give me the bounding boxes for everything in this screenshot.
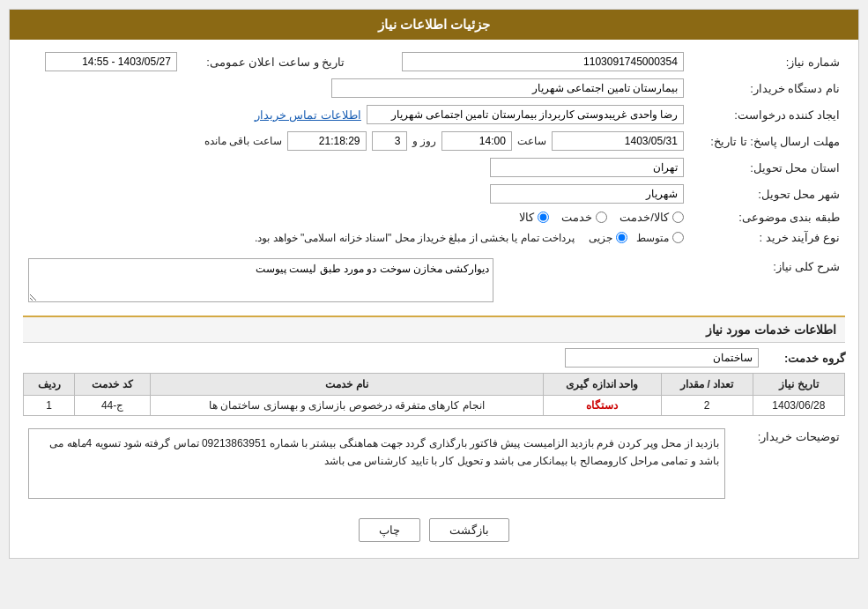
page-header: جزئیات اطلاعات نیاز <box>10 10 858 40</box>
deadline-remaining-label: ساعت باقی مانده <box>204 135 282 147</box>
cell-quantity: 2 <box>661 396 753 416</box>
deadline-remaining-input[interactable] <box>287 131 367 151</box>
radio-partial[interactable]: جزیی <box>589 232 627 244</box>
deadline-time-label: ساعت <box>517 135 546 147</box>
category-label: طبقه بندی موضوعی: <box>689 207 845 227</box>
radio-goods-service-label: کالا/خدمت <box>619 211 669 224</box>
announce-date-input[interactable] <box>45 52 177 71</box>
purchase-note: پرداخت تمام یا بخشی از مبلغ خریداز محل "… <box>255 232 575 244</box>
print-button[interactable]: چاپ <box>359 518 420 542</box>
deadline-date-input[interactable] <box>552 131 684 151</box>
buyer-notes-content: بازدید از محل وپر کردن فرم بازدید الزامی… <box>28 428 725 499</box>
radio-goods-label: کالا <box>519 211 534 224</box>
col-unit: واحد اندازه گیری <box>544 374 662 396</box>
radio-service[interactable]: خدمت <box>561 211 607 224</box>
radio-partial-label: جزیی <box>589 232 612 244</box>
col-quantity: تعداد / مقدار <box>661 374 753 396</box>
buyer-org-label: نام دستگاه خریدار: <box>689 75 845 101</box>
radio-goods[interactable]: کالا <box>519 211 549 224</box>
service-group-label: گروه خدمت: <box>766 352 845 365</box>
cell-service-name: انجام کارهای متفرقه درخصوص بازسازی و بهس… <box>150 396 543 416</box>
deadline-days-input[interactable] <box>372 131 407 151</box>
need-number-label: شماره نیاز: <box>689 48 845 75</box>
service-group-input[interactable] <box>565 348 759 368</box>
purchase-type-label: نوع فرآیند خرید : <box>689 227 845 248</box>
need-number-input[interactable] <box>402 52 684 71</box>
col-service-name: نام خدمت <box>150 374 543 396</box>
deadline-time-input[interactable] <box>441 131 512 151</box>
col-need-date: تاریخ نیاز <box>753 374 844 396</box>
contact-link[interactable]: اطلاعات تماس خریدار <box>255 108 361 122</box>
radio-medium-label: متوسط <box>636 232 669 244</box>
cell-row-num: 1 <box>24 396 75 416</box>
radio-medium[interactable]: متوسط <box>636 232 684 244</box>
back-button[interactable]: بازگشت <box>429 518 509 542</box>
announce-date-label: تاریخ و ساعت اعلان عمومی: <box>182 48 362 75</box>
col-service-code: کد خدمت <box>75 374 151 396</box>
page-title: جزئیات اطلاعات نیاز <box>378 17 490 32</box>
city-input[interactable] <box>490 184 684 204</box>
need-description-label: شرح کلی نیاز: <box>499 255 845 308</box>
cell-need-date: 1403/06/28 <box>753 396 844 416</box>
response-deadline-label: مهلت ارسال پاسخ: تا تاریخ: <box>689 128 845 154</box>
radio-goods-input[interactable] <box>538 212 549 223</box>
buyer-notes-label: توضیحات خریدار: <box>731 425 845 502</box>
radio-goods-service[interactable]: کالا/خدمت <box>619 211 684 224</box>
cell-unit: دستگاه <box>544 396 662 416</box>
services-section-title: اطلاعات خدمات مورد نیاز <box>23 316 845 343</box>
province-input[interactable] <box>490 158 684 177</box>
radio-partial-input[interactable] <box>616 232 627 243</box>
footer-buttons: بازگشت چاپ <box>23 508 845 549</box>
radio-service-label: خدمت <box>561 211 592 224</box>
need-description-textarea[interactable] <box>28 258 493 302</box>
creator-input[interactable] <box>367 105 684 124</box>
deadline-days-label: روز و <box>412 135 436 147</box>
table-row: 1403/06/28 2 دستگاه انجام کارهای متفرقه … <box>24 396 845 416</box>
province-label: استان محل تحویل: <box>689 154 845 181</box>
city-label: شهر محل تحویل: <box>689 181 845 207</box>
buyer-org-input[interactable] <box>331 78 684 98</box>
cell-service-code: ج-44 <box>75 396 151 416</box>
radio-medium-input[interactable] <box>672 232 684 243</box>
creator-label: ایجاد کننده درخواست: <box>689 101 845 128</box>
col-row-num: ردیف <box>24 374 75 396</box>
radio-goods-service-input[interactable] <box>672 212 684 223</box>
radio-service-input[interactable] <box>596 212 607 223</box>
